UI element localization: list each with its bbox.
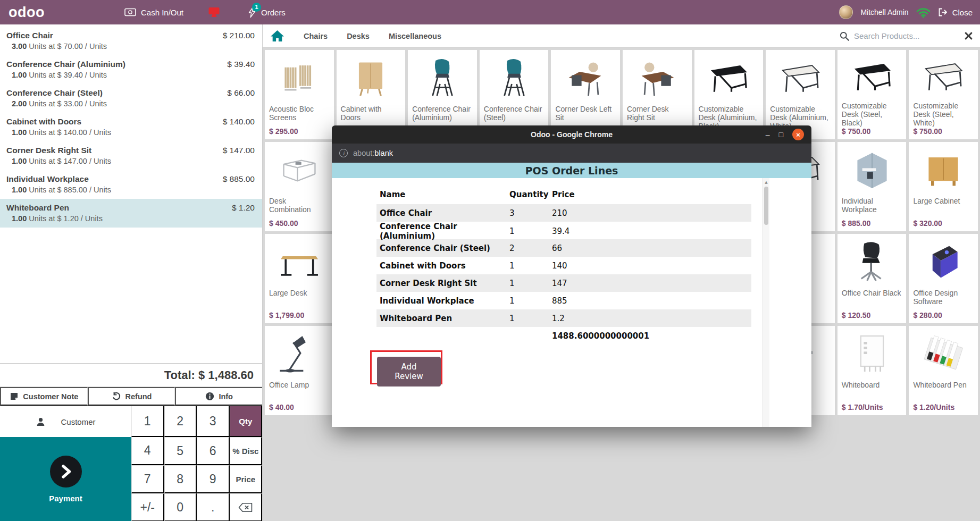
product-name: Customizable Desk (Steel, Black)	[842, 102, 902, 127]
table-row: Office Chair3210	[376, 204, 751, 222]
chrome-titlebar[interactable]: Odoo - Google Chrome – □ ×	[332, 125, 811, 144]
order-line[interactable]: Corner Desk Right Sit$ 147.001.00 Units …	[0, 141, 262, 170]
chevron-right-icon	[50, 456, 82, 488]
numpad: Customer 123Qty456% Disc789Price+/-0. Pa…	[0, 406, 262, 521]
order-total: Total: $ 1,488.60	[0, 363, 262, 386]
odoo-logo: odoo	[9, 4, 45, 21]
monitor-icon	[208, 7, 220, 18]
customer-display-button[interactable]	[208, 7, 220, 18]
order-line-product: Corner Desk Right Sit	[6, 146, 91, 155]
product-image	[842, 145, 902, 196]
numpad-key-9[interactable]: 9	[197, 465, 230, 493]
page-info-icon[interactable]: i	[339, 149, 348, 157]
note-icon	[10, 392, 19, 401]
popup-scrollbar[interactable]: ▲	[763, 178, 769, 427]
product-card[interactable]: Large Desk$ 1,799.00	[265, 234, 334, 323]
scroll-thumb[interactable]	[764, 187, 768, 225]
product-image	[842, 53, 902, 100]
table-total-row: 1488.6000000000001	[376, 327, 751, 344]
add-review-button[interactable]: Add Review	[377, 357, 441, 386]
customer-button[interactable]: Customer	[0, 406, 131, 437]
table-cell-quantity: 1	[506, 226, 549, 236]
avatar[interactable]	[839, 5, 853, 19]
minimize-button[interactable]: –	[766, 130, 770, 139]
maximize-button[interactable]: □	[779, 130, 783, 139]
category-tab-desks[interactable]: Desks	[347, 32, 370, 40]
product-card[interactable]: Customizable Desk (Steel, Black)$ 750.00	[837, 50, 907, 139]
numpad-key-item[interactable]: .	[197, 493, 230, 521]
product-card[interactable]: Individual Workplace$ 885.00	[837, 142, 907, 231]
product-card[interactable]: Large Cabinet$ 320.00	[909, 142, 978, 231]
order-line[interactable]: Conference Chair (Aluminium)$ 39.401.00 …	[0, 55, 262, 84]
numpad-key-6[interactable]: 6	[197, 437, 230, 465]
numpad-key-qty[interactable]: Qty	[230, 406, 263, 437]
window-close-button[interactable]: ×	[792, 129, 804, 140]
product-card[interactable]: Desk Combination$ 450.00	[265, 142, 334, 231]
numpad-key-5[interactable]: 5	[164, 437, 197, 465]
table-row: Corner Desk Right Sit1147	[376, 274, 751, 292]
backspace-icon	[238, 502, 253, 512]
home-category-button[interactable]	[270, 29, 284, 43]
refund-button[interactable]: Refund	[88, 387, 175, 406]
product-card[interactable]: Acoustic Bloc Screens$ 295.00	[265, 50, 334, 139]
table-cell-quantity: 3	[506, 208, 549, 218]
product-name: Large Cabinet	[913, 197, 974, 205]
category-tabs: ChairsDesksMiscellaneous	[304, 32, 441, 40]
product-card[interactable]: Customizable Desk (Steel, White)$ 750.00	[909, 50, 978, 139]
search-input[interactable]	[854, 31, 960, 40]
order-line[interactable]: Office Chair$ 210.003.00 Units at $ 70.0…	[0, 27, 262, 55]
product-name: Desk Combination	[269, 197, 330, 214]
orders-button[interactable]: 1 Orders	[248, 7, 286, 18]
numpad-key-8[interactable]: 8	[164, 465, 197, 493]
category-tab-miscellaneous[interactable]: Miscellaneous	[389, 32, 441, 40]
order-line-quantity: 1.00 Units at $ 140.00 / Units	[6, 128, 255, 137]
product-price: $ 885.00	[842, 219, 902, 228]
logout-icon	[938, 8, 948, 16]
user-name[interactable]: Mitchell Admin	[860, 8, 908, 16]
numpad-key-disc[interactable]: % Disc	[230, 437, 263, 465]
clear-search-icon[interactable]	[965, 32, 973, 40]
product-price: $ 1,799.00	[269, 311, 330, 320]
order-line-quantity: 2.00 Units at $ 33.00 / Units	[6, 99, 255, 108]
order-line-amount: $ 885.00	[223, 174, 255, 184]
order-line-quantity: 1.00 Units at $ 1.20 / Units	[6, 214, 255, 223]
table-cell-price: 1.2	[549, 314, 751, 323]
category-tab-chairs[interactable]: Chairs	[304, 32, 328, 40]
product-card[interactable]: Office Lamp$ 40.00	[265, 326, 334, 415]
order-line[interactable]: Individual Workplace$ 885.001.00 Units a…	[0, 170, 262, 199]
address-bar[interactable]: i about:blank	[332, 144, 811, 163]
orders-count-badge: 1	[252, 3, 261, 12]
payment-button[interactable]: Payment	[0, 437, 131, 521]
product-image	[842, 237, 902, 288]
numpad-key-1[interactable]: 1	[131, 406, 164, 437]
info-button[interactable]: Info	[175, 387, 262, 406]
product-name: Conference Chair (Steel)	[484, 105, 545, 122]
numpad-key-7[interactable]: 7	[131, 465, 164, 493]
numpad-key-0[interactable]: 0	[164, 493, 197, 521]
product-card[interactable]: Office Chair Black$ 120.50	[837, 234, 907, 323]
product-card[interactable]: Whiteboard$ 1.70/Units	[837, 326, 907, 415]
order-lines-table: NameQuantityPriceOffice Chair3210Confere…	[376, 185, 751, 344]
product-price: $ 1.20/Units	[913, 403, 974, 412]
order-line[interactable]: Cabinet with Doors$ 140.001.00 Units at …	[0, 113, 262, 141]
customer-note-button[interactable]: Customer Note	[0, 387, 88, 406]
scroll-up-arrow[interactable]: ▲	[763, 180, 769, 184]
numpad-key-3[interactable]: 3	[197, 406, 230, 437]
numpad-key-4[interactable]: 4	[131, 437, 164, 465]
product-card[interactable]: Whiteboard Pen$ 1.20/Units	[909, 326, 978, 415]
order-line[interactable]: Conference Chair (Steel)$ 66.002.00 Unit…	[0, 84, 262, 113]
order-line[interactable]: Whiteboard Pen$ 1.201.00 Units at $ 1.20…	[0, 199, 262, 228]
product-card[interactable]: Office Design Software$ 280.00	[909, 234, 978, 323]
numpad-key-item[interactable]: +/-	[131, 493, 164, 521]
numpad-key-backspace[interactable]	[230, 493, 263, 521]
cash-in-out-button[interactable]: Cash In/Out	[124, 8, 183, 17]
numpad-key-2[interactable]: 2	[164, 406, 197, 437]
product-name: Whiteboard	[842, 381, 902, 389]
product-name: Customizable Desk (Steel, White)	[913, 102, 974, 127]
product-price: $ 295.00	[269, 127, 330, 136]
numpad-key-price[interactable]: Price	[230, 465, 263, 493]
popup-content: POS Order Lines NameQuantityPriceOffice …	[332, 163, 811, 427]
close-session-button[interactable]: Close	[938, 8, 973, 17]
order-actions: Customer NoteRefundInfo	[0, 386, 262, 406]
product-image	[913, 145, 974, 196]
